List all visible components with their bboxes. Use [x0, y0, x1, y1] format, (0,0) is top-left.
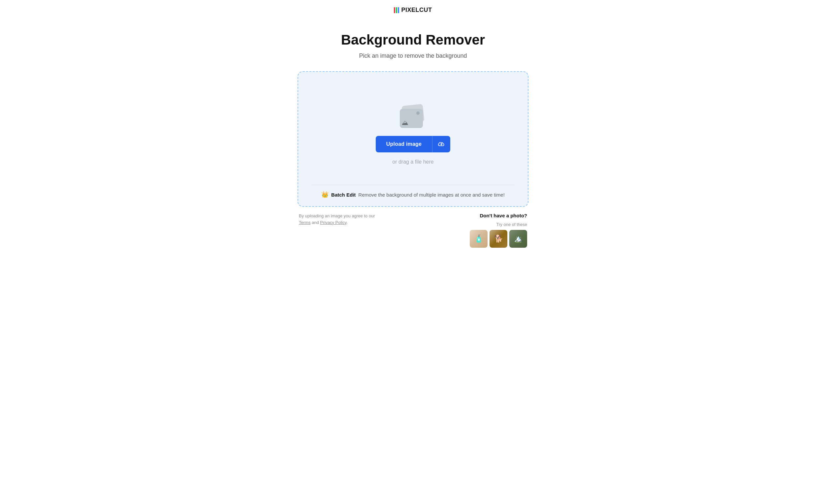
batch-edit-bar[interactable]: 👑 Batch Edit Remove the background of mu…	[311, 185, 515, 198]
stripe-red	[394, 7, 395, 13]
stripe-green	[396, 7, 397, 13]
sample-photos-sublabel-text: Try one of these	[496, 222, 527, 227]
crown-icon: 👑	[321, 191, 329, 198]
sample-photos-area: Don't have a photo? Try one of these 🧴 🐕…	[470, 213, 527, 248]
dog-emoji: 🐕	[494, 235, 503, 243]
sample-photo-scene[interactable]: 🏔️	[509, 230, 527, 248]
batch-edit-description: Remove the background of multiple images…	[358, 192, 505, 198]
main-content: Background Remover Pick an image to remo…	[0, 19, 826, 248]
footer-area: By uploading an image you agree to our T…	[298, 213, 528, 248]
sample-photos-label: Don't have a photo?	[480, 213, 527, 218]
sample-photos-header: Don't have a photo?	[480, 213, 527, 219]
sample-photo-dog[interactable]: 🐕	[489, 230, 507, 248]
and-text: and	[312, 220, 319, 225]
page-title: Background Remover	[341, 32, 485, 48]
terms-prefix: By uploading an image you agree to our	[299, 213, 375, 218]
upload-image-button[interactable]: Upload image	[376, 136, 432, 152]
page-subtitle: Pick an image to remove the background	[359, 53, 467, 59]
scene-emoji: 🏔️	[514, 235, 523, 243]
terms-link[interactable]: Terms	[299, 220, 310, 225]
photo-front	[400, 109, 423, 128]
upload-icon-area	[400, 105, 426, 128]
sample-photos-sublabel: Try one of these	[496, 221, 527, 227]
logo[interactable]: PIXELCUT	[394, 7, 432, 13]
logo-stripes	[394, 7, 399, 13]
stripe-blue	[398, 7, 399, 13]
sample-photos-row: 🧴 🐕 🏔️	[470, 230, 527, 248]
privacy-link[interactable]: Privacy Policy	[320, 220, 346, 225]
terms-period: .	[346, 220, 348, 225]
header: PIXELCUT	[0, 0, 826, 19]
upload-cloud-button[interactable]	[432, 136, 450, 152]
batch-edit-label: Batch Edit	[331, 192, 356, 198]
perfume-emoji: 🧴	[474, 235, 483, 243]
drag-file-text: or drag a file here	[392, 159, 433, 165]
sample-photo-perfume[interactable]: 🧴	[470, 230, 487, 248]
terms-text: By uploading an image you agree to our T…	[299, 213, 375, 226]
logo-text: PIXELCUT	[401, 7, 432, 13]
upload-dropzone[interactable]: Upload image or drag a file here 👑 Batch…	[298, 71, 528, 207]
photo-stack-icon	[400, 105, 426, 128]
upload-button-group[interactable]: Upload image	[376, 136, 450, 152]
cloud-upload-icon	[438, 140, 445, 148]
